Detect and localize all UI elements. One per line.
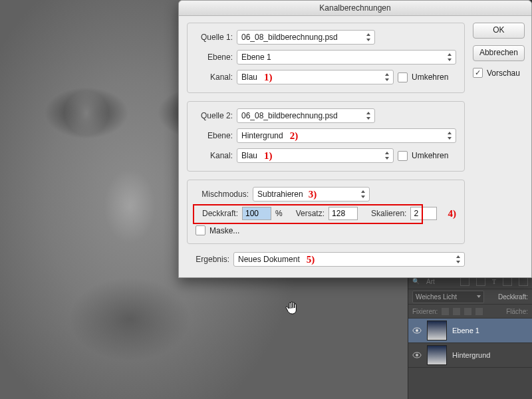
source1-channel-select[interactable]: Blau 1)	[237, 70, 394, 84]
filter-kind-label[interactable]: Art	[426, 278, 435, 285]
opacity-input[interactable]	[242, 207, 271, 220]
source2-layer-select[interactable]: Hintergrund 2)	[237, 128, 456, 143]
source1-channel-value: Blau	[241, 72, 257, 82]
filter-type-icon[interactable]: T	[492, 278, 496, 285]
layer-blend-mode-select[interactable]: Weiches Licht	[412, 291, 484, 303]
opacity-label: Deckkraft:	[196, 209, 238, 218]
source1-layer-select[interactable]: Ebene 1	[237, 50, 456, 65]
result-value: Neues Dokument	[238, 255, 300, 264]
source1-invert-label: Umkehren	[412, 72, 448, 82]
annotation-2: 2)	[290, 130, 299, 142]
source2-file-select[interactable]: 06_08_bildberechnung.psd	[237, 108, 375, 123]
annotation-4: 4)	[448, 208, 456, 219]
layer-item[interactable]: Ebene 1	[408, 319, 532, 343]
source1-layer-value: Ebene 1	[241, 53, 271, 62]
calculations-dialog: Kanalberechnungen Quelle 1: 06_08_bildbe…	[178, 0, 532, 278]
source1-ebene-label: Ebene:	[196, 53, 233, 62]
preview-label: Vorschau	[487, 68, 520, 78]
source1-file-value: 06_08_bildberechnung.psd	[241, 33, 338, 42]
svg-point-1	[416, 329, 418, 332]
ok-button-label: OK	[493, 25, 504, 35]
layer-opacity-label: Deckkraft:	[498, 293, 528, 301]
visibility-icon[interactable]	[412, 352, 422, 358]
source2-label: Quelle 2:	[196, 111, 233, 120]
offset-label: Versatz:	[296, 209, 325, 218]
dialog-titlebar[interactable]: Kanalberechnungen	[179, 1, 531, 16]
layers-blend-row: Weiches Licht Deckkraft:	[408, 289, 532, 305]
layer-blend-mode-value: Weiches Licht	[416, 293, 457, 301]
mask-checkbox[interactable]	[196, 225, 205, 235]
dialog-title: Kanalberechnungen	[319, 3, 390, 13]
blend-mode-value: Subtrahieren	[257, 190, 303, 199]
source2-group: Quelle 2: 06_08_bildberechnung.psd Ebene…	[187, 101, 465, 172]
filter-smart-icon[interactable]	[519, 277, 528, 286]
filter-shape-icon[interactable]	[503, 277, 512, 286]
fill-label: Fläche:	[506, 308, 528, 315]
annotation-3: 3)	[309, 189, 317, 200]
annotation-1b: 1)	[264, 150, 273, 162]
source1-invert-checkbox[interactable]	[398, 72, 408, 82]
cancel-button-label: Abbrechen	[479, 48, 518, 57]
source2-ebene-label: Ebene:	[196, 131, 233, 140]
source2-layer-value: Hintergrund	[241, 131, 283, 140]
source2-channel-value: Blau	[241, 151, 257, 160]
blend-group: Mischmodus: Subtrahieren 3) Deckkraft: %…	[187, 180, 465, 244]
result-select[interactable]: Neues Dokument 5)	[233, 252, 465, 267]
preview-checkbox[interactable]	[473, 68, 483, 78]
source2-invert-label: Umkehren	[412, 151, 448, 160]
source1-kanal-label: Kanal:	[196, 72, 233, 82]
layer-item[interactable]: Hintergrund	[408, 343, 532, 368]
annotation-5: 5)	[307, 254, 315, 265]
lock-label: Fixieren:	[412, 308, 438, 315]
visibility-icon[interactable]	[412, 327, 422, 334]
layers-lock-row: Fixieren: Fläche:	[408, 305, 532, 319]
layer-thumbnail[interactable]	[427, 321, 447, 340]
source2-file-value: 06_08_bildberechnung.psd	[241, 111, 338, 120]
lock-transparency-icon[interactable]	[442, 308, 449, 315]
lock-pixels-icon[interactable]	[453, 308, 460, 315]
opacity-unit: %	[275, 209, 283, 218]
blend-mode-select[interactable]: Subtrahieren 3)	[253, 187, 370, 201]
blend-mode-label: Mischmodus:	[196, 190, 249, 199]
offset-input[interactable]	[329, 207, 358, 220]
filter-icon[interactable]: 🔍	[412, 278, 420, 285]
filter-pixel-icon[interactable]	[460, 277, 469, 286]
source1-file-select[interactable]: 06_08_bildberechnung.psd	[237, 30, 375, 45]
result-label: Ergebnis:	[187, 255, 229, 264]
filter-adjust-icon[interactable]	[476, 277, 485, 286]
ok-button[interactable]: OK	[473, 23, 525, 39]
layer-name[interactable]: Ebene 1	[452, 327, 479, 334]
source1-group: Quelle 1: 06_08_bildberechnung.psd Ebene…	[187, 23, 465, 93]
annotation-1a: 1)	[264, 72, 273, 83]
scale-input[interactable]	[410, 207, 437, 220]
cancel-button[interactable]: Abbrechen	[473, 45, 525, 61]
source2-channel-select[interactable]: Blau 1)	[237, 148, 394, 163]
lock-all-icon[interactable]	[475, 308, 483, 315]
scale-label: Skalieren:	[371, 209, 406, 218]
source2-kanal-label: Kanal:	[196, 151, 233, 160]
source1-label: Quelle 1:	[196, 33, 233, 42]
lock-position-icon[interactable]	[464, 308, 471, 315]
svg-point-3	[416, 354, 418, 356]
source2-invert-checkbox[interactable]	[398, 151, 408, 161]
layer-name[interactable]: Hintergrund	[452, 351, 490, 359]
layer-thumbnail[interactable]	[427, 345, 447, 365]
layers-panel: 🔍 Art T Weiches Licht Deckkraft: Fixiere…	[408, 274, 532, 399]
mask-label: Maske...	[209, 226, 239, 235]
